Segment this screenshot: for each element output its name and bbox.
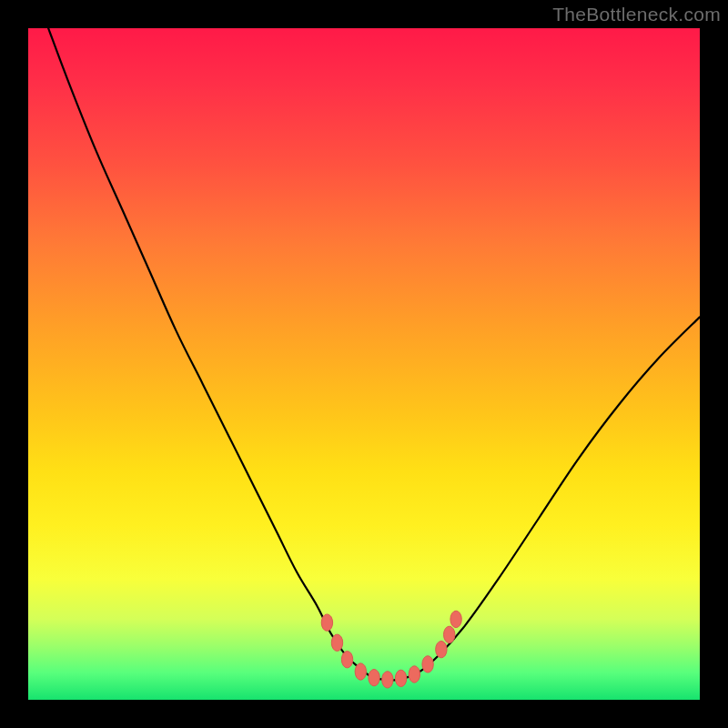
curve-marker [436,641,447,657]
plot-area [28,28,700,700]
curve-marker [444,626,455,642]
curve-marker [369,669,379,685]
chart-svg [28,28,700,700]
watermark-text: TheBottleneck.com [552,4,721,25]
curve-marker [382,672,393,688]
curve-marker [355,663,366,680]
curve-marker [395,670,406,686]
curve-marker [341,652,352,668]
curve-marker [450,611,461,627]
bottleneck-curve [48,28,700,681]
curve-marker [321,614,332,631]
curve-marker [331,634,342,651]
curve-marker [409,666,420,682]
outer-frame: TheBottleneck.com [0,0,728,728]
curve-marker [422,656,433,672]
